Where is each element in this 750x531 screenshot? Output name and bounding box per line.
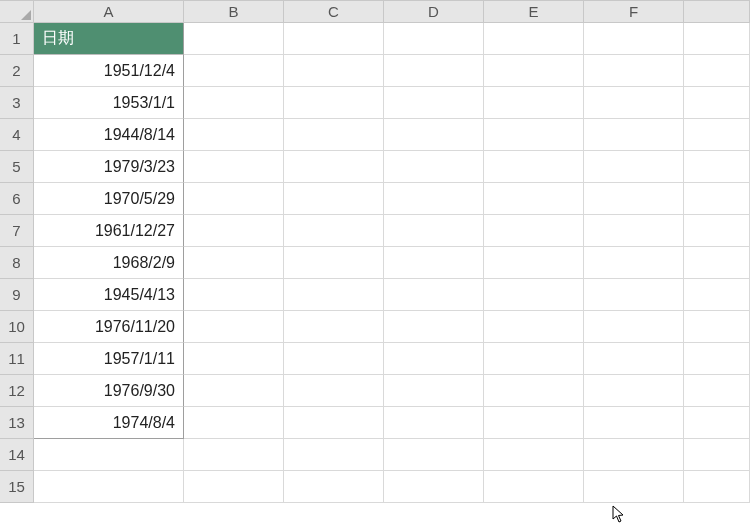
row-header[interactable]: 5 [0,151,34,183]
data-cell[interactable]: 1951/12/4 [34,55,184,87]
cell[interactable] [184,55,284,87]
column-header[interactable]: B [184,1,284,23]
cell[interactable] [684,375,750,407]
row-header[interactable]: 8 [0,247,34,279]
row-header[interactable]: 11 [0,343,34,375]
cell[interactable] [584,119,684,151]
data-cell[interactable]: 1944/8/14 [34,119,184,151]
data-cell[interactable]: 1976/9/30 [34,375,184,407]
cell[interactable] [484,407,584,439]
cell[interactable] [684,407,750,439]
cell[interactable] [384,23,484,55]
data-cell[interactable]: 1979/3/23 [34,151,184,183]
cell[interactable] [34,471,184,503]
row-header[interactable]: 1 [0,23,34,55]
cell[interactable] [484,23,584,55]
data-cell[interactable]: 1968/2/9 [34,247,184,279]
cell[interactable] [284,23,384,55]
cell[interactable] [184,183,284,215]
data-cell[interactable]: 1976/11/20 [34,311,184,343]
cell[interactable] [684,311,750,343]
cell[interactable] [584,343,684,375]
cell[interactable] [584,55,684,87]
cell[interactable] [384,55,484,87]
cell[interactable] [484,439,584,471]
cell[interactable] [184,343,284,375]
cell[interactable] [34,439,184,471]
cell[interactable] [584,151,684,183]
select-all-corner[interactable] [0,1,34,23]
cell[interactable] [284,471,384,503]
cell[interactable] [584,183,684,215]
cell[interactable] [384,471,484,503]
data-cell[interactable]: 1961/12/27 [34,215,184,247]
cell[interactable] [384,247,484,279]
row-header[interactable]: 13 [0,407,34,439]
data-cell[interactable]: 1953/1/1 [34,87,184,119]
cell[interactable] [684,343,750,375]
cell[interactable] [284,87,384,119]
cell[interactable] [184,375,284,407]
cell[interactable] [284,407,384,439]
cell[interactable] [384,439,484,471]
cell[interactable] [684,439,750,471]
cell[interactable] [684,215,750,247]
row-header[interactable]: 6 [0,183,34,215]
column-header[interactable]: D [384,1,484,23]
cell[interactable] [284,375,384,407]
cell[interactable] [384,215,484,247]
cell[interactable] [184,311,284,343]
cell[interactable] [484,87,584,119]
column-header[interactable]: A [34,1,184,23]
cell[interactable] [584,247,684,279]
cell[interactable] [584,87,684,119]
data-cell[interactable]: 1974/8/4 [34,407,184,439]
cell[interactable] [584,375,684,407]
cell[interactable] [284,55,384,87]
row-header[interactable]: 4 [0,119,34,151]
cell[interactable] [684,23,750,55]
cell[interactable] [584,439,684,471]
row-header[interactable]: 2 [0,55,34,87]
cell[interactable] [684,471,750,503]
cell[interactable] [184,471,284,503]
cell[interactable] [684,183,750,215]
row-header[interactable]: 12 [0,375,34,407]
row-header[interactable]: 14 [0,439,34,471]
cell[interactable] [484,247,584,279]
cell[interactable] [484,151,584,183]
row-header[interactable]: 10 [0,311,34,343]
cell[interactable] [684,279,750,311]
cell[interactable] [384,279,484,311]
cell[interactable] [384,119,484,151]
cell[interactable] [384,183,484,215]
cell[interactable] [184,439,284,471]
cell[interactable] [584,215,684,247]
row-header[interactable]: 7 [0,215,34,247]
cell[interactable] [284,215,384,247]
cell[interactable] [184,215,284,247]
column-header[interactable]: F [584,1,684,23]
cell[interactable] [384,87,484,119]
cell[interactable] [184,119,284,151]
cell[interactable] [284,311,384,343]
cell[interactable] [484,183,584,215]
cell[interactable] [384,151,484,183]
cell[interactable] [184,279,284,311]
cell[interactable] [584,23,684,55]
cell[interactable] [284,279,384,311]
cell[interactable] [284,439,384,471]
cell[interactable] [384,311,484,343]
cell[interactable] [384,375,484,407]
cell[interactable] [184,23,284,55]
column-header[interactable]: C [284,1,384,23]
cell[interactable] [284,343,384,375]
cell[interactable] [284,151,384,183]
row-header[interactable]: 3 [0,87,34,119]
cell[interactable] [284,247,384,279]
cell[interactable] [384,407,484,439]
cell[interactable] [484,375,584,407]
data-cell[interactable]: 1970/5/29 [34,183,184,215]
cell[interactable] [484,311,584,343]
cell[interactable] [184,87,284,119]
